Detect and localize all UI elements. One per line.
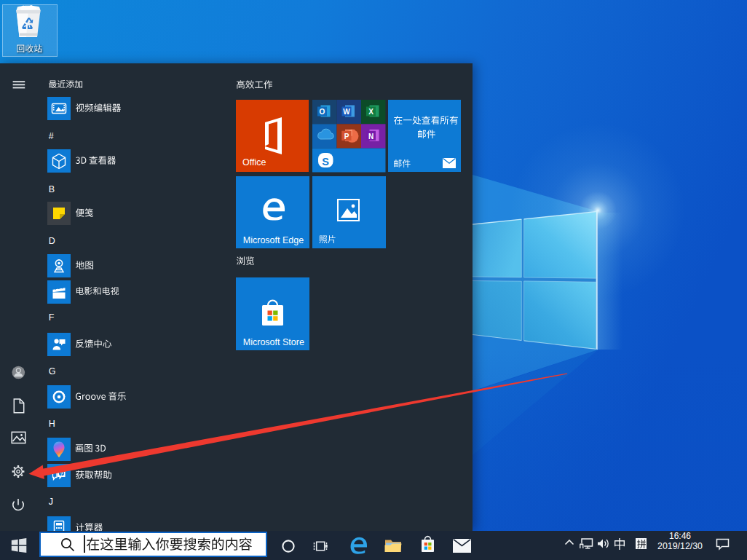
svg-text:P: P [344,133,349,141]
svg-text:?: ? [60,470,63,477]
svg-text:Microsoft Edge: Microsoft Edge [243,234,304,245]
svg-text:X: X [368,108,374,116]
svg-text:N: N [368,133,374,141]
svg-text:W: W [343,108,350,116]
svg-text:Microsoft Store: Microsoft Store [243,336,304,347]
svg-text:S: S [322,156,329,167]
svg-text:Office: Office [242,157,266,167]
svg-text:O: O [320,108,325,116]
